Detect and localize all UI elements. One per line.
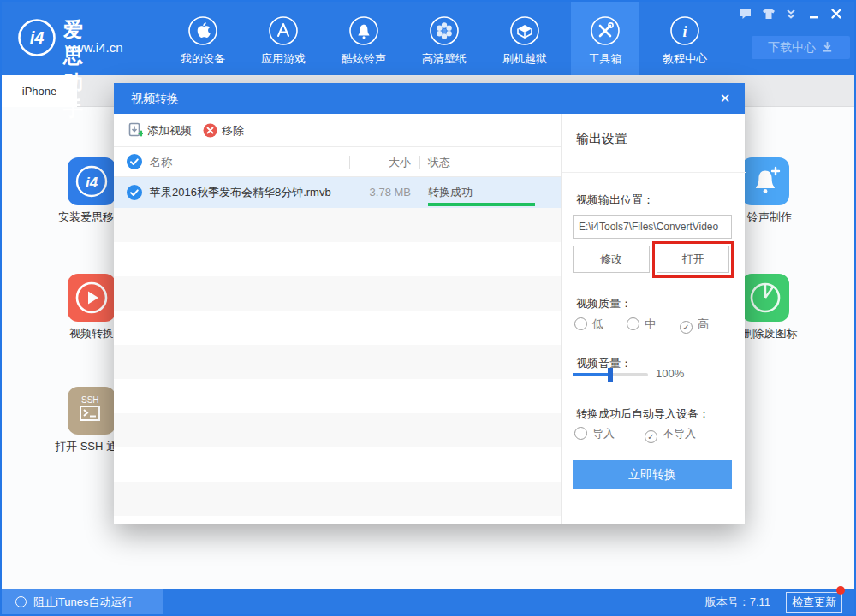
- col-size[interactable]: 大小: [354, 147, 411, 177]
- download-center-button[interactable]: 下载中心: [752, 36, 850, 59]
- quality-high-radio[interactable]: ✓高: [680, 317, 709, 332]
- col-status[interactable]: 状态: [428, 147, 450, 177]
- remove-label: 移除: [222, 124, 244, 137]
- volume-label: 视频音量：: [576, 356, 632, 371]
- output-location-label: 视频输出位置：: [576, 192, 654, 208]
- svg-text:i4: i4: [30, 28, 45, 47]
- svg-text:i: i: [682, 23, 687, 40]
- divider: [562, 172, 746, 173]
- app-subtitle: www.i4.cn: [65, 40, 123, 55]
- tool-remove-junk-icons-icon[interactable]: [741, 274, 789, 322]
- convert-now-button[interactable]: 立即转换: [573, 460, 732, 489]
- dialog-toolbar: 添加视频 移除: [114, 114, 561, 147]
- minimize-icon[interactable]: [806, 6, 822, 21]
- volume-slider-handle[interactable]: [608, 368, 613, 382]
- nav-wallpapers[interactable]: 高清壁纸: [410, 0, 479, 75]
- info-icon: i: [669, 15, 700, 46]
- volume-value: 100%: [656, 367, 684, 380]
- add-video-button[interactable]: 添加视频: [128, 114, 192, 147]
- feedback-icon[interactable]: [738, 6, 753, 21]
- bell-icon: [348, 15, 379, 46]
- nav-ringtones[interactable]: 酷炫铃声: [330, 0, 398, 75]
- video-file-row[interactable]: 苹果2016秋季发布会精华8分钟.rmvb 3.78 MB 转换成功: [114, 177, 561, 208]
- nav-label: 刷机越狱: [490, 51, 559, 67]
- table-header: 名称 大小 状态: [114, 147, 561, 177]
- version-label: 版本号：7.11: [685, 589, 770, 616]
- download-icon: [821, 40, 834, 53]
- nav-label: 应用游戏: [249, 51, 318, 67]
- row-checkbox[interactable]: [127, 185, 142, 200]
- quality-low-radio[interactable]: 低: [574, 317, 603, 332]
- import-radio[interactable]: 导入: [574, 426, 615, 441]
- output-path-input[interactable]: [573, 215, 732, 239]
- nav-label: 工具箱: [571, 51, 639, 67]
- nav-apps-games[interactable]: 应用游戏: [249, 0, 318, 75]
- tool-ssh-icon[interactable]: SSH: [68, 387, 116, 435]
- progress-bar: [428, 203, 535, 206]
- dialog-title: 视频转换: [131, 83, 179, 114]
- radio-icon: [574, 427, 587, 440]
- volume-slider-fill: [573, 373, 610, 376]
- radio-label: 高: [698, 317, 709, 330]
- block-itunes-toggle[interactable]: 阻止iTunes自动运行: [0, 589, 163, 616]
- window-controls: [734, 6, 844, 21]
- radio-icon: [574, 317, 587, 330]
- collapse-icon[interactable]: [783, 6, 799, 21]
- apple-icon: [187, 15, 218, 46]
- nav-toolbox[interactable]: 工具箱: [571, 0, 639, 75]
- nav-flash-jailbreak[interactable]: 刷机越狱: [490, 0, 559, 75]
- quality-mid-radio[interactable]: 中: [627, 317, 656, 332]
- add-video-label: 添加视频: [147, 124, 192, 137]
- file-size: 3.78 MB: [319, 177, 411, 208]
- app-title: 爱思助手: [63, 16, 86, 122]
- no-import-radio[interactable]: ✓不导入: [645, 426, 696, 441]
- close-icon[interactable]: [829, 6, 844, 21]
- add-video-icon: [128, 122, 143, 138]
- update-notification-dot: [836, 586, 845, 595]
- radio-checked-icon: ✓: [645, 430, 657, 443]
- radio-label: 不导入: [663, 427, 696, 440]
- radio-label: 低: [592, 317, 603, 330]
- theme-skin-icon[interactable]: [761, 6, 776, 21]
- download-center-label: 下载中心: [768, 40, 816, 54]
- wallpaper-flower-icon: [429, 15, 460, 46]
- remove-icon: [203, 123, 217, 138]
- check-update-button[interactable]: 检查更新: [786, 592, 842, 613]
- nav-label: 我的设备: [169, 51, 237, 67]
- radio-icon: [627, 317, 639, 330]
- radio-label: 中: [645, 317, 656, 330]
- video-convert-dialog: 视频转换 ✕ 添加视频 移除 名称: [114, 83, 745, 524]
- nav-label: 高清壁纸: [410, 51, 479, 67]
- tool-install-i4-icon[interactable]: i4: [68, 157, 116, 205]
- appstore-icon: [268, 15, 299, 46]
- column-divider: [349, 156, 350, 169]
- dialog-close-icon[interactable]: ✕: [716, 90, 734, 107]
- jailbreak-box-icon: [509, 15, 540, 46]
- modify-button[interactable]: 修改: [573, 246, 650, 273]
- app-window: i4 爱思助手 www.i4.cn 我的设备 应用游戏: [0, 0, 856, 616]
- dialog-titlebar: 视频转换 ✕: [114, 83, 745, 114]
- toggle-circle-icon: [15, 596, 27, 607]
- auto-import-label: 转换成功后自动导入设备：: [576, 406, 710, 422]
- remove-button[interactable]: 移除: [203, 114, 244, 147]
- radio-label: 导入: [592, 427, 615, 440]
- tool-video-convert-icon[interactable]: [68, 274, 116, 322]
- empty-list-rows: [114, 208, 561, 524]
- nav-tutorials[interactable]: i 教程中心: [651, 0, 719, 75]
- panel-title: 输出设置: [576, 131, 627, 147]
- block-itunes-label: 阻止iTunes自动运行: [33, 595, 134, 608]
- file-name: 苹果2016秋季发布会精华8分钟.rmvb: [150, 177, 331, 208]
- toolbox-wrench-icon: [590, 15, 621, 46]
- i4-logo-icon: i4: [17, 18, 56, 57]
- status-bar: 阻止iTunes自动运行 版本号：7.11 检查更新: [0, 589, 856, 616]
- nav-my-device[interactable]: 我的设备: [169, 0, 237, 75]
- open-button[interactable]: 打开: [657, 246, 729, 273]
- select-all-checkbox[interactable]: [127, 154, 142, 169]
- quality-label: 视频质量：: [576, 296, 632, 311]
- output-settings-panel: 输出设置 视频输出位置： 修改 打开 视频质量： 低 中 ✓高 视频音量： 10…: [561, 114, 745, 524]
- header-bar: i4 爱思助手 www.i4.cn 我的设备 应用游戏: [0, 0, 856, 75]
- svg-text:SSH: SSH: [81, 395, 99, 405]
- tool-ringtone-maker-icon[interactable]: [741, 157, 789, 205]
- col-name[interactable]: 名称: [150, 147, 172, 177]
- nav-label: 教程中心: [651, 51, 719, 67]
